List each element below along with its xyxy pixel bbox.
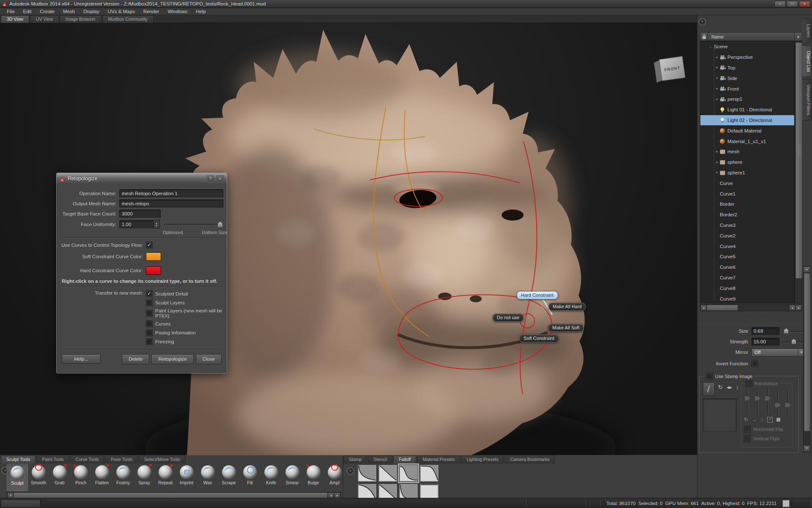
object-item-persp1[interactable]: +persp1 bbox=[700, 94, 794, 105]
lock-icon[interactable] bbox=[700, 32, 708, 41]
stamp-preview-box[interactable] bbox=[703, 398, 737, 431]
target-face-count-field[interactable]: 3000 bbox=[119, 210, 161, 218]
view-cube-widget[interactable]: FRONT bbox=[653, 55, 691, 86]
tab-3d-view[interactable]: 3D View bbox=[1, 15, 29, 23]
menu-item-edit[interactable]: Edit bbox=[19, 9, 36, 14]
randomize-slider[interactable] bbox=[785, 389, 791, 414]
delete-button[interactable]: Delete bbox=[122, 354, 149, 364]
object-item-light-01-directional[interactable]: Light 01 - Directional bbox=[700, 105, 794, 115]
output-mesh-name-field[interactable]: mesh-retopo bbox=[119, 199, 223, 207]
tab-select-move-tools[interactable]: Select/Move Tools bbox=[139, 456, 186, 464]
scroll-right-button[interactable]: ▸ bbox=[796, 305, 802, 311]
menu-item-render[interactable]: Render bbox=[139, 9, 164, 14]
context-item-soft-constraint[interactable]: Soft Constraint bbox=[519, 334, 559, 342]
checkbox-posing-information[interactable]: ✓ bbox=[146, 329, 153, 336]
object-item-curve[interactable]: Curve bbox=[700, 178, 794, 188]
dialog-close-button[interactable]: × bbox=[216, 175, 224, 182]
slider-knob[interactable] bbox=[792, 339, 796, 344]
falloff-plateau-drop[interactable] bbox=[420, 464, 439, 482]
scroll-left-button[interactable]: ◂ bbox=[700, 305, 707, 311]
side-tab-object-list[interactable]: Object List bbox=[802, 45, 812, 77]
checkbox-sculpt-layers[interactable]: ✓ bbox=[146, 299, 153, 306]
maximize-button[interactable]: □ bbox=[787, 1, 798, 7]
properties-vertical-scrollbar[interactable]: ▲ ▼ bbox=[803, 266, 810, 452]
invert-function-checkbox[interactable]: ✓ bbox=[752, 360, 758, 367]
context-item-make-all-hard[interactable]: Make All Hard bbox=[549, 303, 586, 311]
object-list-horizontal-scrollbar[interactable]: ◂ ::::: ◂ ▸ bbox=[700, 304, 802, 311]
vertical-flips-checkbox[interactable]: ✓ bbox=[744, 435, 751, 442]
menu-item-create[interactable]: Create bbox=[36, 9, 59, 14]
scroll-down-button[interactable]: ▼ bbox=[804, 446, 810, 451]
checkbox-sculpted-detail[interactable]: ✓ bbox=[146, 290, 153, 297]
tool-fill[interactable]: Fill bbox=[239, 464, 261, 491]
face-uniformity-field[interactable]: 1.00 bbox=[119, 220, 154, 228]
side-tab-viewport-filters[interactable]: Viewport Filters bbox=[802, 79, 812, 121]
object-item-scene[interactable]: -Scene bbox=[700, 41, 794, 52]
scroll-up-button[interactable]: ▲ bbox=[795, 32, 802, 41]
falloff-expander-button[interactable]: › bbox=[347, 467, 354, 475]
view-cube-front-face[interactable]: FRONT bbox=[659, 56, 686, 81]
object-list-header[interactable]: Name bbox=[708, 32, 795, 41]
side-tab-layers[interactable]: Layers bbox=[802, 19, 812, 43]
face-uniformity-slider[interactable] bbox=[164, 221, 223, 227]
randomize-slider[interactable] bbox=[755, 389, 760, 414]
strength-field[interactable]: 15.00 bbox=[752, 338, 779, 345]
flip-horizontal-icon[interactable]: ◂▸ bbox=[727, 384, 732, 390]
object-item-mesh[interactable]: +mesh bbox=[700, 146, 794, 157]
tab-lighting-presets[interactable]: Lighting Presets bbox=[461, 456, 504, 464]
checkbox-freezing[interactable]: ✓ bbox=[146, 338, 153, 345]
use-stamp-image-checkbox[interactable]: ✓ bbox=[706, 373, 713, 380]
close-button[interactable]: × bbox=[799, 1, 810, 7]
object-item-curve7[interactable]: Curve7 bbox=[700, 273, 794, 283]
object-item-curve8[interactable]: Curve8 bbox=[700, 283, 794, 293]
tool-foamy[interactable]: Foamy bbox=[112, 464, 134, 491]
object-item-curve6[interactable]: Curve6 bbox=[700, 262, 794, 273]
scrollbar-thumb[interactable]: ::::: bbox=[707, 305, 738, 311]
object-item-curve3[interactable]: Curve3 bbox=[700, 220, 794, 231]
tool-pinch[interactable]: Pinch bbox=[70, 464, 91, 491]
object-item-side[interactable]: +Side bbox=[700, 73, 794, 83]
falloff-steep-decay[interactable] bbox=[357, 464, 377, 482]
object-item-curve4[interactable]: Curve4 bbox=[700, 241, 794, 251]
tool-knife[interactable]: Knife bbox=[261, 464, 282, 491]
randomize-slider[interactable] bbox=[765, 389, 771, 414]
tree-expander[interactable]: + bbox=[716, 97, 720, 102]
tab-image-browser[interactable]: Image Browser bbox=[60, 15, 102, 23]
rotate-icon[interactable]: ↻ bbox=[744, 417, 748, 422]
object-item-default-material[interactable]: Default Material bbox=[700, 125, 794, 136]
falloff-s-curve[interactable] bbox=[399, 464, 418, 482]
tab-curve-tools[interactable]: Curve Tools bbox=[70, 456, 104, 464]
object-item-sphere[interactable]: +sphere bbox=[700, 157, 794, 168]
tree-expander[interactable]: + bbox=[716, 76, 720, 80]
menu-item-uvs-maps[interactable]: UVs & Maps bbox=[104, 9, 139, 14]
object-item-light-02-directional[interactable]: Light 02 - Directional bbox=[700, 115, 794, 126]
minimize-button[interactable]: ─ bbox=[774, 1, 786, 7]
menu-item-mesh[interactable]: Mesh bbox=[59, 9, 79, 14]
object-item-curve9[interactable]: Curve9 bbox=[700, 293, 794, 304]
tree-expander[interactable]: - bbox=[710, 44, 714, 49]
slider-knob[interactable] bbox=[218, 222, 222, 227]
tree-expander[interactable]: + bbox=[716, 65, 720, 70]
tool-wax[interactable]: Wax bbox=[197, 464, 218, 491]
tab-pose-tools[interactable]: Pose Tools bbox=[105, 456, 138, 464]
randomize-slider[interactable] bbox=[745, 389, 750, 414]
tool-grab[interactable]: Grab bbox=[49, 464, 70, 491]
object-item-top[interactable]: +Top bbox=[700, 63, 794, 73]
object-item-curve2[interactable]: Curve2 bbox=[700, 230, 794, 241]
menu-item-display[interactable]: Display bbox=[79, 9, 104, 14]
flip-vertical-icon[interactable]: ↕ bbox=[736, 384, 739, 390]
checkbox-curves[interactable]: ✓ bbox=[146, 320, 153, 327]
rotate-icon[interactable]: ↻ bbox=[718, 384, 723, 390]
tool-bulge[interactable]: Bulge bbox=[303, 464, 324, 491]
context-item-do-not-use[interactable]: Do not use bbox=[493, 314, 524, 322]
menu-item-windows[interactable]: Windows bbox=[163, 9, 192, 14]
context-item-make-all-soft[interactable]: Make All Soft bbox=[548, 324, 584, 332]
scroll-up-button[interactable]: ▲ bbox=[804, 267, 810, 272]
object-item-front[interactable]: +Front bbox=[700, 83, 794, 94]
dialog-help-button[interactable]: ? bbox=[206, 175, 214, 182]
tree-expander[interactable]: + bbox=[716, 160, 720, 165]
tool-smooth[interactable]: Smooth bbox=[28, 464, 49, 491]
object-item-curve5[interactable]: Curve5 bbox=[700, 251, 794, 262]
tool-sculpt[interactable]: Sculpt bbox=[7, 464, 28, 491]
object-item-border2[interactable]: Border2 bbox=[700, 210, 794, 220]
